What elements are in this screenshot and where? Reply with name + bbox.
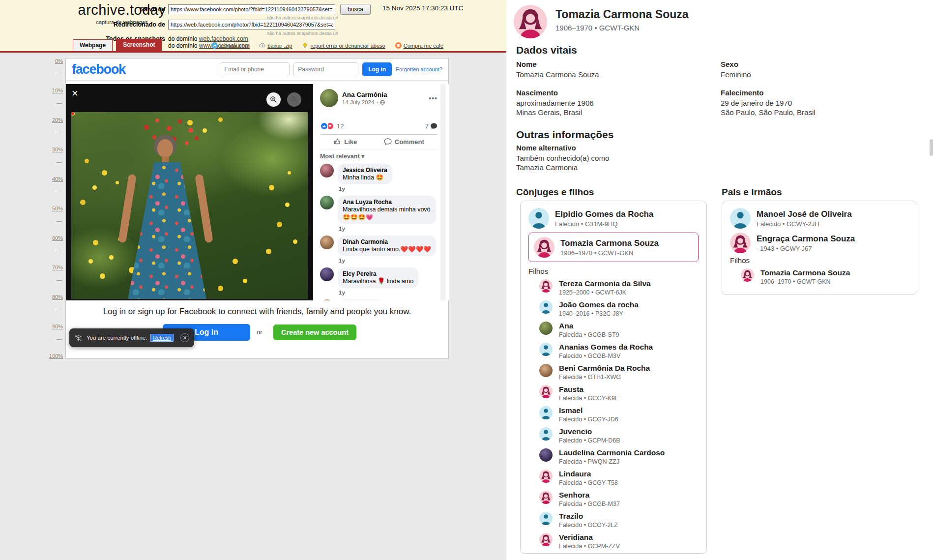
download-zip-link[interactable]: baixar .zip xyxy=(259,42,292,49)
tab-webpage[interactable]: Webpage xyxy=(73,39,113,53)
alt-name-value: Tamazia Carmonia xyxy=(516,163,578,173)
sibling-row[interactable]: Tomazia Carmona Souza 1906–1970 • GCWT-G… xyxy=(741,268,909,286)
child-row[interactable]: Tereza Carmonia da Silva 1925–2000 • GCW… xyxy=(539,279,699,297)
toast-close-icon[interactable]: ✕ xyxy=(180,333,189,342)
child-row[interactable]: Juvencio Falecido • GCPM-D6B xyxy=(539,427,699,445)
password-field[interactable] xyxy=(293,62,358,76)
zoom-percent-link[interactable]: 80% xyxy=(52,294,63,300)
share-link[interactable]: compartilhar xyxy=(211,42,250,49)
comment-time[interactable]: 1y xyxy=(339,290,438,295)
mother-row[interactable]: Engraça Carmona Souza –1943 • GCWY-J67 xyxy=(730,233,909,253)
child-row[interactable]: João Gomes da rocha 1940–2016 • P32C-J8Y xyxy=(539,300,699,318)
person-lifespan-id: Falecido • GCGB-M3V xyxy=(559,352,653,360)
commenter-name[interactable]: Ana Luyza Rocha xyxy=(343,199,431,206)
commenter-avatar[interactable] xyxy=(320,299,334,300)
child-row[interactable]: Laudelina Carmonia Cardoso Falecida • PW… xyxy=(539,448,699,466)
comments-scrollbar[interactable] xyxy=(440,84,445,300)
zoom-percent-link[interactable]: 10% xyxy=(52,88,63,93)
red-flowers xyxy=(71,112,74,115)
commenter-name[interactable]: Elcy Pereira xyxy=(343,270,413,277)
post-date[interactable]: 14 July 2024 xyxy=(342,99,374,105)
spouse-row[interactable]: Elpidio Gomes da Rocha Falecido • G31M-9… xyxy=(528,208,699,229)
person-lifespan-id: Falecido • GCWY-2JH xyxy=(757,220,852,228)
parents-title: Pais e irmãos xyxy=(722,187,782,198)
like-button[interactable]: Like xyxy=(333,138,357,146)
field-value: São Paulo, São Paulo, Brasil xyxy=(721,108,816,118)
zoom-in-icon[interactable] xyxy=(266,92,281,107)
field-value: Minas Gerais, Brasil xyxy=(516,108,582,118)
comment-time[interactable]: 1y xyxy=(339,226,438,232)
zoom-percent-link[interactable]: 0% xyxy=(55,58,63,64)
refresh-button[interactable]: Refresh xyxy=(151,334,173,341)
sort-selector[interactable]: Most relevant ▾ xyxy=(320,152,438,160)
zoom-out-icon[interactable] xyxy=(287,92,301,107)
person-name: João Gomes da rocha xyxy=(559,300,639,309)
redirect-url-input[interactable] xyxy=(168,20,335,29)
child-row[interactable]: Ananias Gomes da Rocha Falecido • GCGB-M… xyxy=(539,343,699,360)
post-actions: Like Comment xyxy=(320,137,438,147)
reactions-row: ♥ 12 7 xyxy=(320,122,438,130)
post-author[interactable]: Ana Carmônia xyxy=(342,91,387,98)
email-field[interactable] xyxy=(220,62,290,76)
selected-person-box[interactable]: Tomazia Carmona Souza 1906–1970 • GCWT-G… xyxy=(528,233,699,262)
commenter-name[interactable]: Jessica Oliveira xyxy=(343,167,387,174)
child-row[interactable]: Ana Falecida • GCGB-ST9 xyxy=(539,322,699,339)
zoom-percent-link[interactable]: 60% xyxy=(52,235,63,241)
ruler-tick xyxy=(57,192,62,192)
comment-time[interactable]: 1y xyxy=(339,258,438,264)
comments-count[interactable]: 7 xyxy=(425,122,438,130)
commenter-avatar[interactable] xyxy=(320,196,334,209)
person-name: Fausta xyxy=(559,385,618,394)
male-avatar-icon xyxy=(539,300,553,314)
facebook-logo[interactable]: facebook xyxy=(72,62,125,77)
login-button[interactable]: Log in xyxy=(362,62,392,76)
comment-text: Maravilhosa 🌹 linda amo xyxy=(343,277,413,285)
child-row[interactable]: Trazilo Falecido • GCGY-2LZ xyxy=(539,512,699,530)
close-icon[interactable]: × xyxy=(72,88,78,99)
person-name: Engraça Carmona Souza xyxy=(757,234,855,244)
zoom-percent-link[interactable]: 40% xyxy=(52,176,63,182)
search-button[interactable]: busca xyxy=(340,4,371,15)
person-name: Beni Carmônia Da Rocha xyxy=(559,364,650,373)
archive-pane: archive.today captura de webpages Salvo … xyxy=(0,0,506,560)
child-row[interactable]: Senhora Falecida • GCGB-M37 xyxy=(539,491,699,508)
vitals-title: Dados vitais xyxy=(516,44,577,56)
child-row[interactable]: Ismael Falecido • GCGY-JD6 xyxy=(539,406,699,424)
reactions-count[interactable]: 12 xyxy=(337,122,344,130)
saved-url-input[interactable] xyxy=(168,4,335,14)
zoom-percent-link[interactable]: 70% xyxy=(52,265,63,270)
or-label: or xyxy=(257,328,263,336)
divider xyxy=(320,149,438,149)
report-error-link[interactable]: report errar or denunciar abuso xyxy=(302,42,385,49)
person-name: Lindaura xyxy=(559,470,618,478)
zoom-percent-link[interactable]: 50% xyxy=(52,206,63,211)
zoom-percent-link[interactable]: 90% xyxy=(52,324,63,329)
commenter-avatar[interactable] xyxy=(320,164,334,177)
child-row[interactable]: Fausta Falecida • GCGY-K9F xyxy=(539,385,699,403)
domain-link-web[interactable]: web.facebook.com xyxy=(199,35,248,42)
buy-coffee-link[interactable]: Compra me café xyxy=(395,42,443,49)
comment-time[interactable]: 1y xyxy=(339,186,438,192)
forgotten-account-link[interactable]: Forgotten account? xyxy=(396,66,442,72)
post-options-icon[interactable]: ••• xyxy=(429,94,438,102)
zoom-percent-link[interactable]: 20% xyxy=(52,117,63,123)
comment-bubble-icon xyxy=(430,122,438,130)
commenter-name[interactable]: Dinah Carmonia xyxy=(343,238,431,245)
scrollbar-thumb[interactable] xyxy=(930,139,933,156)
child-row[interactable]: Lindaura Falecida • GCGY-T58 xyxy=(539,470,699,487)
child-row[interactable]: Beni Carmônia Da Rocha Falecida • GTH1-X… xyxy=(539,364,699,382)
commenter-avatar[interactable] xyxy=(320,267,334,281)
tab-screenshot[interactable]: Screenshot xyxy=(116,39,162,51)
like-reaction-icon[interactable] xyxy=(320,122,328,130)
male-avatar-icon xyxy=(539,343,553,356)
commenter-avatar[interactable] xyxy=(320,236,334,249)
create-account-button[interactable]: Create new account xyxy=(273,324,356,340)
child-row[interactable]: Veridiana Falecida • GCPM-ZZV xyxy=(539,533,699,551)
zoom-percent-link[interactable]: 30% xyxy=(52,147,63,152)
zoom-percent-link[interactable]: 100% xyxy=(49,353,63,359)
comment-button[interactable]: Comment xyxy=(384,138,424,146)
father-row[interactable]: Manoel José de Oliveira Falecido • GCWY-… xyxy=(730,208,909,229)
alt-name-label: Nome alternativo xyxy=(516,144,576,152)
author-avatar[interactable] xyxy=(320,89,338,107)
saved-from-label: Salvo de xyxy=(0,6,168,13)
